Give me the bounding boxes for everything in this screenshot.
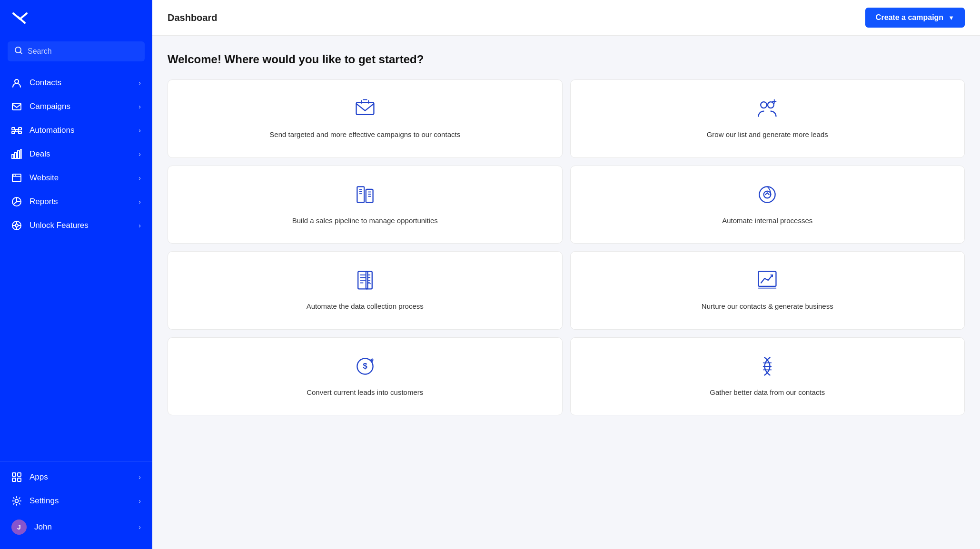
sidebar-item-website[interactable]: Website › bbox=[0, 166, 152, 190]
main-content: Dashboard Create a campaign ▼ Welcome! W… bbox=[152, 0, 980, 549]
sidebar: Contacts › Campaigns › bbox=[0, 0, 152, 549]
create-campaign-label: Create a campaign bbox=[876, 13, 943, 22]
card-nurture-text: Nurture our contacts & generate business bbox=[702, 301, 833, 312]
card-convert[interactable]: $ Convert current leads into customers bbox=[168, 337, 563, 416]
card-gather-text: Gather better data from our contacts bbox=[710, 387, 825, 398]
profile-chevron: › bbox=[139, 523, 141, 531]
page-title: Dashboard bbox=[168, 12, 217, 23]
reports-chevron: › bbox=[139, 198, 141, 206]
svg-rect-28 bbox=[12, 473, 16, 476]
svg-rect-8 bbox=[19, 131, 21, 134]
svg-rect-30 bbox=[12, 478, 16, 481]
nav-items: Contacts › Campaigns › bbox=[0, 69, 152, 461]
apps-icon bbox=[11, 472, 22, 482]
unlock-features-label: Unlock Features bbox=[30, 221, 131, 230]
dna-icon bbox=[756, 355, 779, 380]
card-convert-text: Convert current leads into customers bbox=[307, 387, 423, 398]
sidebar-item-profile[interactable]: J John › bbox=[0, 513, 152, 541]
svg-rect-16 bbox=[20, 149, 21, 158]
email-icon bbox=[354, 97, 376, 122]
svg-rect-6 bbox=[15, 129, 18, 132]
svg-point-49 bbox=[760, 186, 775, 202]
automations-chevron: › bbox=[139, 127, 141, 134]
deals-label: Deals bbox=[30, 149, 131, 159]
sidebar-item-reports[interactable]: Reports › bbox=[0, 190, 152, 214]
svg-line-9 bbox=[15, 129, 15, 131]
dashboard-content: Welcome! Where would you like to get sta… bbox=[152, 36, 980, 549]
automate-icon bbox=[756, 183, 779, 208]
sidebar-item-deals[interactable]: Deals › bbox=[0, 142, 152, 166]
card-pipeline-text: Build a sales pipeline to manage opportu… bbox=[292, 216, 438, 226]
svg-point-37 bbox=[761, 102, 767, 108]
unlock-chevron: › bbox=[139, 222, 141, 229]
svg-rect-45 bbox=[366, 189, 373, 202]
card-data-collection[interactable]: Automate the data collection process bbox=[168, 251, 563, 330]
svg-point-19 bbox=[13, 175, 14, 176]
svg-point-38 bbox=[768, 102, 774, 108]
card-leads[interactable]: Grow our list and generate more leads bbox=[570, 79, 965, 158]
money-icon: $ bbox=[354, 355, 376, 380]
sidebar-item-apps[interactable]: Apps › bbox=[0, 465, 152, 489]
svg-line-1 bbox=[20, 52, 22, 54]
card-nurture[interactable]: Nurture our contacts & generate business bbox=[570, 251, 965, 330]
svg-rect-4 bbox=[12, 127, 15, 130]
svg-line-12 bbox=[18, 131, 19, 133]
settings-chevron: › bbox=[139, 497, 141, 505]
card-campaigns[interactable]: Send targeted and more effective campaig… bbox=[168, 79, 563, 158]
svg-point-23 bbox=[15, 224, 18, 227]
svg-line-11 bbox=[18, 129, 19, 131]
svg-rect-7 bbox=[19, 127, 21, 130]
card-data-text: Automate the data collection process bbox=[307, 301, 424, 312]
website-icon bbox=[11, 173, 22, 183]
sidebar-item-settings[interactable]: Settings › bbox=[0, 489, 152, 513]
card-gather[interactable]: Gather better data from our contacts bbox=[570, 337, 965, 416]
svg-rect-5 bbox=[12, 131, 15, 134]
card-automate[interactable]: Automate internal processes bbox=[570, 166, 965, 244]
website-chevron: › bbox=[139, 174, 141, 182]
pipeline-icon bbox=[354, 183, 376, 208]
automations-icon bbox=[11, 125, 22, 136]
svg-rect-60 bbox=[759, 272, 776, 286]
sidebar-item-campaigns[interactable]: Campaigns › bbox=[0, 95, 152, 118]
settings-label: Settings bbox=[30, 496, 131, 506]
card-automate-text: Automate internal processes bbox=[722, 216, 812, 226]
avatar: J bbox=[11, 520, 27, 535]
leads-icon bbox=[756, 97, 779, 122]
topbar: Dashboard Create a campaign ▼ bbox=[152, 0, 980, 36]
create-campaign-dropdown-arrow: ▼ bbox=[948, 14, 954, 21]
search-bar[interactable] bbox=[8, 41, 145, 61]
sidebar-logo bbox=[0, 0, 152, 38]
campaigns-icon bbox=[11, 101, 22, 112]
search-icon bbox=[14, 46, 23, 57]
svg-rect-33 bbox=[356, 102, 374, 115]
automations-label: Automations bbox=[30, 126, 131, 135]
svg-point-2 bbox=[15, 79, 19, 83]
create-campaign-button[interactable]: Create a campaign ▼ bbox=[865, 8, 965, 28]
svg-text:$: $ bbox=[363, 361, 367, 370]
cards-grid: Send targeted and more effective campaig… bbox=[168, 79, 965, 415]
svg-rect-14 bbox=[15, 153, 17, 158]
svg-point-20 bbox=[15, 175, 16, 176]
welcome-heading: Welcome! Where would you like to get sta… bbox=[168, 53, 965, 66]
sidebar-item-unlock-features[interactable]: Unlock Features › bbox=[0, 214, 152, 237]
search-input[interactable] bbox=[28, 47, 138, 56]
unlock-icon bbox=[11, 220, 22, 231]
logo-icon bbox=[11, 9, 29, 29]
card-campaigns-text: Send targeted and more effective campaig… bbox=[269, 129, 460, 140]
svg-rect-3 bbox=[12, 103, 21, 110]
sidebar-item-automations[interactable]: Automations › bbox=[0, 118, 152, 142]
campaigns-chevron: › bbox=[139, 103, 141, 110]
svg-rect-13 bbox=[12, 155, 14, 158]
svg-point-50 bbox=[764, 191, 771, 198]
svg-point-32 bbox=[15, 500, 19, 503]
settings-icon bbox=[11, 496, 22, 506]
svg-rect-15 bbox=[18, 151, 20, 158]
card-pipeline[interactable]: Build a sales pipeline to manage opportu… bbox=[168, 166, 563, 244]
apps-label: Apps bbox=[30, 472, 131, 482]
sidebar-item-contacts[interactable]: Contacts › bbox=[0, 71, 152, 95]
sidebar-bottom: Apps › Settings › J John › bbox=[0, 461, 152, 549]
reports-icon bbox=[11, 196, 22, 207]
contacts-chevron: › bbox=[139, 79, 141, 87]
profile-label: John bbox=[34, 522, 131, 532]
contacts-icon bbox=[11, 78, 22, 88]
